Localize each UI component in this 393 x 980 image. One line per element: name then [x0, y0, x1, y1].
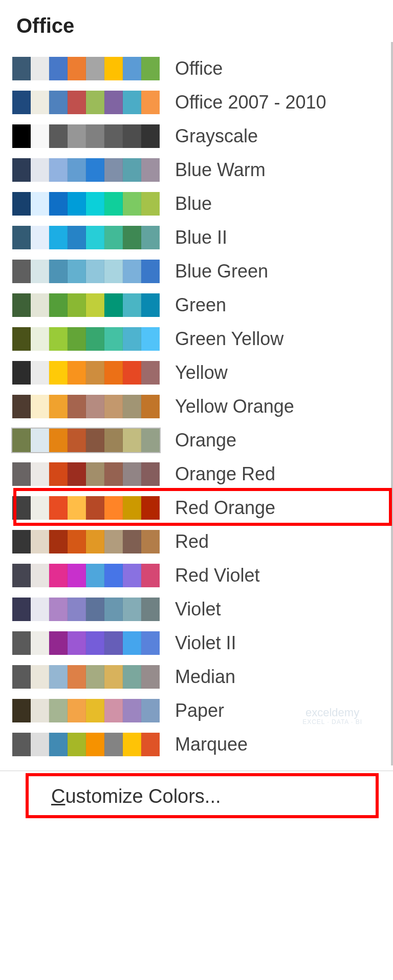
theme-swatches: [11, 360, 161, 386]
theme-label: Orange: [175, 430, 236, 451]
color-swatch: [68, 361, 86, 385]
color-swatch: [68, 699, 86, 722]
color-swatch: [31, 530, 49, 553]
color-swatch: [141, 631, 160, 655]
color-swatch: [31, 462, 49, 486]
theme-label: Office: [175, 58, 223, 79]
color-swatch: [141, 564, 160, 587]
color-swatch: [123, 530, 141, 553]
color-swatch: [31, 124, 49, 148]
color-swatch: [141, 699, 160, 722]
theme-swatches: [11, 495, 161, 521]
color-swatch: [104, 226, 123, 249]
color-swatch: [12, 496, 31, 520]
theme-item[interactable]: Blue Green: [11, 254, 393, 288]
theme-item[interactable]: Violet II: [11, 626, 393, 660]
theme-swatches: [11, 563, 161, 588]
theme-swatches: [11, 157, 161, 183]
theme-item[interactable]: Blue: [11, 187, 393, 221]
color-swatch: [141, 124, 160, 148]
theme-label: Red: [175, 531, 209, 552]
color-swatch: [104, 665, 123, 689]
theme-item[interactable]: Red Orange: [11, 491, 393, 525]
color-swatch: [49, 598, 68, 621]
color-swatch: [49, 57, 68, 80]
theme-item[interactable]: Grayscale: [11, 119, 393, 153]
color-swatch: [49, 564, 68, 587]
color-swatch: [86, 192, 104, 216]
theme-swatches: [11, 123, 161, 149]
color-swatch: [104, 192, 123, 216]
customize-colors-item[interactable]: Customize Colors...: [0, 771, 393, 822]
color-swatch: [141, 260, 160, 283]
color-swatch: [31, 699, 49, 722]
color-swatch: [123, 699, 141, 722]
color-swatch: [68, 429, 86, 452]
color-swatch: [49, 293, 68, 317]
theme-item[interactable]: Office: [11, 52, 393, 86]
theme-swatches: [11, 56, 161, 81]
theme-label: Yellow: [175, 362, 228, 384]
color-swatch: [141, 496, 160, 520]
theme-item[interactable]: Yellow Orange: [11, 390, 393, 423]
theme-swatches: [11, 630, 161, 656]
color-swatch: [86, 733, 104, 756]
color-swatch: [12, 260, 31, 283]
color-swatch: [49, 699, 68, 722]
color-swatch: [141, 158, 160, 182]
color-swatch: [12, 361, 31, 385]
theme-item[interactable]: Yellow: [11, 356, 393, 390]
color-swatch: [31, 361, 49, 385]
color-swatch: [49, 361, 68, 385]
theme-label: Green Yellow: [175, 328, 283, 350]
theme-label: Red Orange: [175, 497, 275, 519]
color-swatch: [12, 733, 31, 756]
color-swatch: [141, 192, 160, 216]
color-swatch: [86, 395, 104, 418]
theme-item[interactable]: Blue Warm: [11, 153, 393, 187]
theme-label: Blue Warm: [175, 159, 266, 181]
color-swatch: [12, 192, 31, 216]
color-swatch: [123, 496, 141, 520]
color-swatch: [31, 91, 49, 114]
color-swatch: [141, 293, 160, 317]
color-swatch: [49, 158, 68, 182]
color-swatch: [31, 192, 49, 216]
theme-item[interactable]: Marquee: [11, 728, 393, 761]
color-swatch: [86, 699, 104, 722]
theme-swatches: [11, 732, 161, 757]
color-swatch: [86, 564, 104, 587]
theme-item[interactable]: Green Yellow: [11, 322, 393, 356]
color-swatch: [104, 462, 123, 486]
color-swatch: [68, 598, 86, 621]
color-swatch: [123, 158, 141, 182]
color-swatch: [123, 429, 141, 452]
theme-item[interactable]: Violet: [11, 592, 393, 626]
theme-label: Yellow Orange: [175, 396, 294, 417]
color-swatch: [141, 361, 160, 385]
theme-item[interactable]: Green: [11, 288, 393, 322]
theme-swatches: [11, 225, 161, 250]
theme-item[interactable]: Paper: [11, 694, 393, 728]
color-swatch: [104, 57, 123, 80]
theme-label: Blue Green: [175, 261, 268, 282]
color-swatch: [123, 665, 141, 689]
theme-item[interactable]: Blue II: [11, 221, 393, 254]
color-swatch: [86, 598, 104, 621]
theme-item[interactable]: Median: [11, 660, 393, 694]
theme-item[interactable]: Red Violet: [11, 559, 393, 592]
color-swatch: [31, 598, 49, 621]
color-swatch: [12, 699, 31, 722]
theme-label: Median: [175, 666, 235, 688]
theme-item[interactable]: Office 2007 - 2010: [11, 86, 393, 119]
theme-item[interactable]: Orange: [11, 423, 393, 457]
color-swatch: [68, 564, 86, 587]
theme-label: Blue II: [175, 227, 227, 248]
color-swatch: [141, 733, 160, 756]
color-swatch: [49, 496, 68, 520]
color-swatch: [12, 57, 31, 80]
theme-item[interactable]: Red: [11, 525, 393, 559]
color-swatch: [68, 530, 86, 553]
theme-item[interactable]: Orange Red: [11, 457, 393, 491]
color-swatch: [12, 293, 31, 317]
